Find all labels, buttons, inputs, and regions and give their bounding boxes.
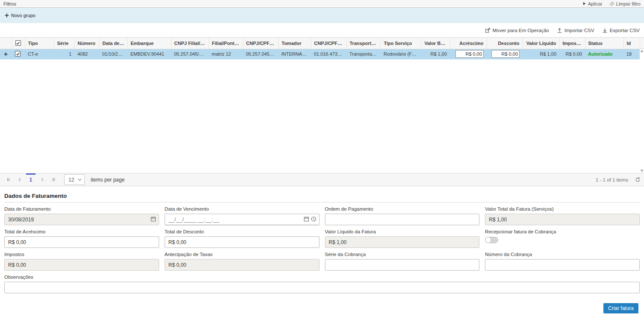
clock-icon[interactable] xyxy=(311,216,316,222)
desconto-input[interactable] xyxy=(491,50,520,58)
new-group-button[interactable]: Novo grupo xyxy=(5,13,35,18)
billing-form: Dados de Faturamento Data de Faturamento… xyxy=(0,186,644,313)
cell-tipo-servico: Rodoviário (FTL) xyxy=(381,49,421,59)
cell-id: 18 xyxy=(623,49,640,59)
column-header-embarque[interactable]: Embarque xyxy=(127,38,171,49)
scroll-up-icon[interactable] xyxy=(640,50,644,52)
column-header-tomador[interactable]: Tomador xyxy=(278,38,311,49)
apply-filter-button[interactable]: Aplicar xyxy=(582,1,603,6)
clear-filter-button[interactable]: Limpar filtro xyxy=(609,1,641,6)
data-grid: Tipo Série Número Data de Emiss... Embar… xyxy=(0,37,644,173)
first-page-button[interactable] xyxy=(3,173,14,186)
items-per-page-label: items per page xyxy=(91,177,124,183)
acrescimo-input[interactable] xyxy=(455,50,484,58)
scroll-down-icon[interactable] xyxy=(640,170,644,172)
refresh-button[interactable] xyxy=(635,177,641,182)
chevron-down-icon xyxy=(78,178,82,181)
field-valor-liquido: Valor Líquido da Fatura xyxy=(325,229,480,248)
column-header-status[interactable]: Status xyxy=(585,38,623,49)
cell-cnpj-filial: 05.257.045/0001-60 xyxy=(171,49,209,59)
serie-cobranca-input[interactable] xyxy=(325,259,480,271)
valor-total-input xyxy=(485,214,640,225)
ordem-pagamento-input[interactable] xyxy=(325,214,480,225)
column-header-serie[interactable]: Série xyxy=(54,38,74,49)
field-impostos: Impostos xyxy=(4,252,159,271)
app: Filtros Aplicar Limpar filtro Novo grupo… xyxy=(0,0,644,313)
field-antecipacao: Antecipação de Taxas xyxy=(165,252,319,271)
cell-filial: matriz 12 xyxy=(209,49,243,59)
pager: 1 12 items per page 1 - 1 of 1 items xyxy=(0,173,644,186)
column-header-data-emissao[interactable]: Data de Emiss... xyxy=(99,38,127,49)
cell-cnpj-tomador: 05.257.045/0001-60 xyxy=(243,49,278,59)
criar-fatura-button[interactable]: Criar fatura xyxy=(603,303,638,313)
column-header-valor-liquido[interactable]: Valor Líquido xyxy=(523,38,559,49)
column-header-transportador[interactable]: Transportador xyxy=(346,38,381,49)
row-checkbox[interactable] xyxy=(15,51,21,57)
total-acrescimo-input[interactable] xyxy=(4,236,159,248)
calendar-icon[interactable] xyxy=(151,216,156,222)
antecipacao-input xyxy=(165,259,319,271)
cell-transportador: Transportador 01 xyxy=(346,49,381,59)
toggle-knob xyxy=(485,237,491,243)
column-header-id[interactable]: Id xyxy=(623,38,640,49)
field-data-vencimento: Data de Vencimento xyxy=(165,206,319,225)
column-header-cnpj-tomador[interactable]: CNPJ/CPF Tomador xyxy=(243,38,278,49)
previous-page-button[interactable] xyxy=(15,173,25,186)
select-all-checkbox[interactable] xyxy=(15,40,21,46)
expand-row-icon[interactable] xyxy=(4,52,12,56)
cell-valor-liquido: R$ 1,00 xyxy=(523,49,559,59)
field-observacoes: Observações xyxy=(4,274,640,293)
upload-icon xyxy=(557,27,562,33)
status-badge: Autorizado xyxy=(585,49,623,59)
recepcionar-toggle[interactable] xyxy=(485,237,498,243)
column-header-tipo[interactable]: Tipo xyxy=(25,38,54,49)
column-header-impostos[interactable]: Impostos xyxy=(559,38,585,49)
calendar-icon[interactable] xyxy=(304,216,309,222)
select-all-header xyxy=(12,38,25,49)
eraser-icon xyxy=(609,1,614,6)
column-header-desconto[interactable]: Desconto xyxy=(487,38,523,49)
cell-numero: 4082 xyxy=(74,49,99,59)
field-recepcionar: Recepcionar fatura de Cobrança xyxy=(485,229,640,248)
valor-liquido-input xyxy=(325,236,480,248)
cell-desconto xyxy=(487,49,523,59)
observacoes-input[interactable] xyxy=(4,282,640,293)
total-desconto-input[interactable] xyxy=(165,236,319,248)
column-header-tipo-servico[interactable]: Tipo Serviço xyxy=(381,38,421,49)
scrollbar-header-stub xyxy=(640,38,644,49)
cell-valor-bruto: R$ 1,00 xyxy=(421,49,450,59)
column-header-acrescimo[interactable]: Acréscimo xyxy=(450,38,487,49)
column-header-cnpj-filial[interactable]: CNPJ Filial/Ponto de ... xyxy=(171,38,209,49)
filters-panel: Novo grupo xyxy=(0,8,644,23)
pager-range-label: 1 - 1 of 1 items xyxy=(596,177,628,182)
grid-toolbar: Mover para Em Operação Importar CSV Expo… xyxy=(0,23,644,37)
column-header-cnpj-transportador[interactable]: CNPJ/CPF Transp... xyxy=(311,38,346,49)
cell-acrescimo xyxy=(450,49,487,59)
expand-column-header xyxy=(0,38,12,49)
column-header-numero[interactable]: Número xyxy=(74,38,99,49)
cell-expand xyxy=(0,49,12,59)
cell-tipo: CT-e xyxy=(25,49,54,59)
cell-embarque: EMBDEV.90441 xyxy=(127,49,171,59)
cell-serie: 1 xyxy=(54,49,74,59)
field-ordem-pagamento: Ordem de Pagamento xyxy=(325,206,480,225)
download-icon xyxy=(602,27,608,33)
vertical-scrollbar[interactable] xyxy=(640,38,644,173)
filters-actions: Aplicar Limpar filtro xyxy=(582,1,641,6)
download-icon-button[interactable]: Exportar CSV xyxy=(602,27,640,33)
last-page-button[interactable] xyxy=(48,173,58,186)
data-faturamento-input xyxy=(4,214,159,225)
scrollbar-track[interactable] xyxy=(640,49,644,173)
grid-table: Tipo Série Número Data de Emiss... Embar… xyxy=(0,38,640,60)
table-row[interactable]: CT-e 1 4082 01/10/2018 11:07 EMBDEV.9044… xyxy=(0,49,640,59)
column-header-valor-bruto[interactable]: Valor Bruto xyxy=(421,38,450,49)
field-numero-cobranca: Número da Cobrança xyxy=(485,252,640,271)
data-vencimento-input[interactable] xyxy=(165,214,319,225)
page-button-1[interactable]: 1 xyxy=(26,173,36,186)
numero-cobranca-input[interactable] xyxy=(485,259,640,271)
next-page-button[interactable] xyxy=(37,173,47,186)
column-header-filial[interactable]: Filial/Ponto de O... xyxy=(209,38,243,49)
page-size-select[interactable]: 12 xyxy=(64,174,85,185)
import-csv-button[interactable]: Importar CSV xyxy=(557,27,594,33)
move-to-operation-button[interactable]: Mover para Em Operação xyxy=(485,27,549,33)
